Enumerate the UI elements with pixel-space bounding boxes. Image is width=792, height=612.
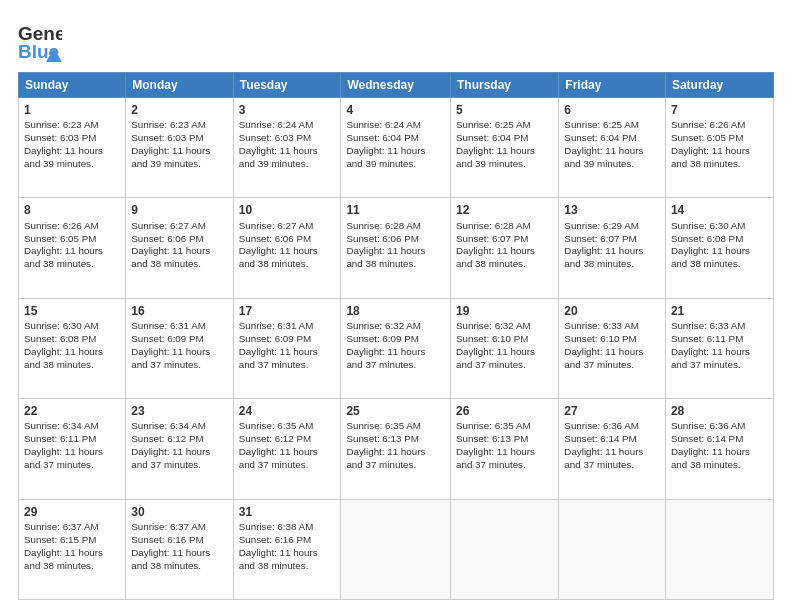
day-cell: 16Sunrise: 6:31 AMSunset: 6:09 PMDayligh… — [126, 298, 233, 398]
day-number: 11 — [346, 202, 445, 218]
day-info: Sunrise: 6:28 AMSunset: 6:06 PMDaylight:… — [346, 220, 445, 272]
day-info: Sunrise: 6:30 AMSunset: 6:08 PMDaylight:… — [24, 320, 120, 372]
day-number: 5 — [456, 102, 553, 118]
calendar-table: SundayMondayTuesdayWednesdayThursdayFrid… — [18, 72, 774, 600]
day-number: 9 — [131, 202, 227, 218]
day-cell: 7Sunrise: 6:26 AMSunset: 6:05 PMDaylight… — [665, 98, 773, 198]
day-number: 14 — [671, 202, 768, 218]
day-number: 13 — [564, 202, 660, 218]
col-header-sunday: Sunday — [19, 73, 126, 98]
day-info: Sunrise: 6:24 AMSunset: 6:04 PMDaylight:… — [346, 119, 445, 171]
week-row-5: 29Sunrise: 6:37 AMSunset: 6:15 PMDayligh… — [19, 499, 774, 599]
day-info: Sunrise: 6:25 AMSunset: 6:04 PMDaylight:… — [456, 119, 553, 171]
col-header-thursday: Thursday — [451, 73, 559, 98]
day-info: Sunrise: 6:30 AMSunset: 6:08 PMDaylight:… — [671, 220, 768, 272]
day-cell: 30Sunrise: 6:37 AMSunset: 6:16 PMDayligh… — [126, 499, 233, 599]
day-number: 6 — [564, 102, 660, 118]
day-cell: 29Sunrise: 6:37 AMSunset: 6:15 PMDayligh… — [19, 499, 126, 599]
day-cell — [341, 499, 451, 599]
day-info: Sunrise: 6:24 AMSunset: 6:03 PMDaylight:… — [239, 119, 336, 171]
page: General Blue SundayMondayTuesdayWednesda… — [0, 0, 792, 612]
day-info: Sunrise: 6:27 AMSunset: 6:06 PMDaylight:… — [239, 220, 336, 272]
day-number: 17 — [239, 303, 336, 319]
day-number: 23 — [131, 403, 227, 419]
day-cell: 27Sunrise: 6:36 AMSunset: 6:14 PMDayligh… — [559, 399, 666, 499]
day-info: Sunrise: 6:28 AMSunset: 6:07 PMDaylight:… — [456, 220, 553, 272]
day-number: 1 — [24, 102, 120, 118]
day-cell: 18Sunrise: 6:32 AMSunset: 6:09 PMDayligh… — [341, 298, 451, 398]
logo: General Blue — [18, 18, 64, 62]
day-number: 19 — [456, 303, 553, 319]
day-number: 21 — [671, 303, 768, 319]
day-cell — [559, 499, 666, 599]
day-cell: 22Sunrise: 6:34 AMSunset: 6:11 PMDayligh… — [19, 399, 126, 499]
day-info: Sunrise: 6:37 AMSunset: 6:16 PMDaylight:… — [131, 521, 227, 573]
day-cell: 4Sunrise: 6:24 AMSunset: 6:04 PMDaylight… — [341, 98, 451, 198]
day-cell: 2Sunrise: 6:23 AMSunset: 6:03 PMDaylight… — [126, 98, 233, 198]
day-info: Sunrise: 6:38 AMSunset: 6:16 PMDaylight:… — [239, 521, 336, 573]
day-info: Sunrise: 6:31 AMSunset: 6:09 PMDaylight:… — [239, 320, 336, 372]
day-cell: 9Sunrise: 6:27 AMSunset: 6:06 PMDaylight… — [126, 198, 233, 298]
header: General Blue — [18, 18, 774, 62]
day-cell: 17Sunrise: 6:31 AMSunset: 6:09 PMDayligh… — [233, 298, 341, 398]
day-cell: 25Sunrise: 6:35 AMSunset: 6:13 PMDayligh… — [341, 399, 451, 499]
col-header-tuesday: Tuesday — [233, 73, 341, 98]
day-info: Sunrise: 6:31 AMSunset: 6:09 PMDaylight:… — [131, 320, 227, 372]
logo-svg: General Blue — [18, 18, 62, 62]
col-header-friday: Friday — [559, 73, 666, 98]
day-cell — [451, 499, 559, 599]
day-number: 28 — [671, 403, 768, 419]
day-number: 22 — [24, 403, 120, 419]
day-cell: 11Sunrise: 6:28 AMSunset: 6:06 PMDayligh… — [341, 198, 451, 298]
day-info: Sunrise: 6:37 AMSunset: 6:15 PMDaylight:… — [24, 521, 120, 573]
day-number: 20 — [564, 303, 660, 319]
day-cell: 15Sunrise: 6:30 AMSunset: 6:08 PMDayligh… — [19, 298, 126, 398]
day-info: Sunrise: 6:33 AMSunset: 6:10 PMDaylight:… — [564, 320, 660, 372]
day-cell: 26Sunrise: 6:35 AMSunset: 6:13 PMDayligh… — [451, 399, 559, 499]
day-info: Sunrise: 6:35 AMSunset: 6:13 PMDaylight:… — [346, 420, 445, 472]
col-header-monday: Monday — [126, 73, 233, 98]
day-info: Sunrise: 6:32 AMSunset: 6:09 PMDaylight:… — [346, 320, 445, 372]
day-number: 31 — [239, 504, 336, 520]
day-info: Sunrise: 6:26 AMSunset: 6:05 PMDaylight:… — [24, 220, 120, 272]
day-cell: 1Sunrise: 6:23 AMSunset: 6:03 PMDaylight… — [19, 98, 126, 198]
day-cell: 13Sunrise: 6:29 AMSunset: 6:07 PMDayligh… — [559, 198, 666, 298]
day-number: 16 — [131, 303, 227, 319]
day-info: Sunrise: 6:35 AMSunset: 6:13 PMDaylight:… — [456, 420, 553, 472]
day-number: 10 — [239, 202, 336, 218]
day-number: 29 — [24, 504, 120, 520]
week-row-3: 15Sunrise: 6:30 AMSunset: 6:08 PMDayligh… — [19, 298, 774, 398]
day-number: 24 — [239, 403, 336, 419]
day-cell: 3Sunrise: 6:24 AMSunset: 6:03 PMDaylight… — [233, 98, 341, 198]
day-number: 18 — [346, 303, 445, 319]
day-info: Sunrise: 6:36 AMSunset: 6:14 PMDaylight:… — [671, 420, 768, 472]
day-cell: 8Sunrise: 6:26 AMSunset: 6:05 PMDaylight… — [19, 198, 126, 298]
day-number: 25 — [346, 403, 445, 419]
day-info: Sunrise: 6:27 AMSunset: 6:06 PMDaylight:… — [131, 220, 227, 272]
day-cell: 28Sunrise: 6:36 AMSunset: 6:14 PMDayligh… — [665, 399, 773, 499]
day-number: 3 — [239, 102, 336, 118]
day-number: 2 — [131, 102, 227, 118]
day-info: Sunrise: 6:23 AMSunset: 6:03 PMDaylight:… — [24, 119, 120, 171]
day-number: 15 — [24, 303, 120, 319]
day-cell: 21Sunrise: 6:33 AMSunset: 6:11 PMDayligh… — [665, 298, 773, 398]
day-number: 7 — [671, 102, 768, 118]
day-cell: 31Sunrise: 6:38 AMSunset: 6:16 PMDayligh… — [233, 499, 341, 599]
logo-icon: General Blue — [18, 18, 62, 62]
day-info: Sunrise: 6:34 AMSunset: 6:12 PMDaylight:… — [131, 420, 227, 472]
day-cell: 12Sunrise: 6:28 AMSunset: 6:07 PMDayligh… — [451, 198, 559, 298]
day-cell: 14Sunrise: 6:30 AMSunset: 6:08 PMDayligh… — [665, 198, 773, 298]
day-info: Sunrise: 6:36 AMSunset: 6:14 PMDaylight:… — [564, 420, 660, 472]
day-cell — [665, 499, 773, 599]
week-row-4: 22Sunrise: 6:34 AMSunset: 6:11 PMDayligh… — [19, 399, 774, 499]
week-row-1: 1Sunrise: 6:23 AMSunset: 6:03 PMDaylight… — [19, 98, 774, 198]
day-number: 12 — [456, 202, 553, 218]
day-cell: 10Sunrise: 6:27 AMSunset: 6:06 PMDayligh… — [233, 198, 341, 298]
day-cell: 19Sunrise: 6:32 AMSunset: 6:10 PMDayligh… — [451, 298, 559, 398]
day-info: Sunrise: 6:33 AMSunset: 6:11 PMDaylight:… — [671, 320, 768, 372]
day-cell: 6Sunrise: 6:25 AMSunset: 6:04 PMDaylight… — [559, 98, 666, 198]
day-number: 30 — [131, 504, 227, 520]
day-info: Sunrise: 6:35 AMSunset: 6:12 PMDaylight:… — [239, 420, 336, 472]
day-number: 4 — [346, 102, 445, 118]
day-number: 26 — [456, 403, 553, 419]
